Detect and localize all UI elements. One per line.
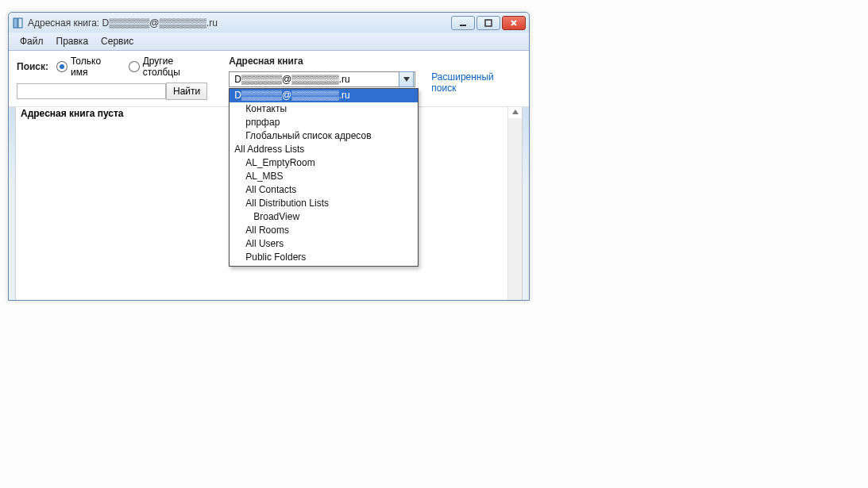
advanced-search-link[interactable]: Расширенный поиск [431, 71, 521, 94]
combo-dropdown-button[interactable] [399, 71, 414, 87]
svg-rect-3 [485, 20, 492, 26]
menu-file[interactable]: Файл [14, 34, 50, 48]
address-book-window: Адресная книга: D▒▒▒▒▒▒@▒▒▒▒▒▒▒.ru Файл … [8, 12, 530, 301]
svg-marker-7 [512, 110, 519, 114]
dropdown-item[interactable]: AL_MBS [230, 170, 418, 183]
chevron-down-icon [403, 77, 410, 82]
vertical-scrollbar[interactable] [507, 105, 522, 300]
combo-value: D▒▒▒▒▒▒@▒▒▒▒▒▒▒.ru [230, 74, 399, 85]
dropdown-item[interactable]: D▒▒▒▒▒▒@▒▒▒▒▒▒▒.ru [230, 89, 418, 102]
dropdown-item[interactable]: рпрфар [230, 116, 418, 129]
radio-icon [129, 61, 140, 72]
dropdown-item[interactable]: Public Folders [230, 251, 418, 264]
search-input[interactable] [17, 83, 166, 99]
minimize-icon [459, 19, 467, 27]
find-button[interactable]: Найти [166, 83, 207, 100]
radio-name-only[interactable]: Только имя [56, 56, 121, 78]
dropdown-item[interactable]: All Users [230, 237, 418, 251]
dropdown-item[interactable]: AL_EmptyRoom [230, 156, 418, 170]
search-toolbar: Поиск: Только имя Другие столбцы Найти А… [9, 51, 529, 107]
svg-rect-1 [18, 18, 22, 28]
svg-rect-2 [460, 25, 466, 26]
menu-service[interactable]: Сервис [95, 34, 140, 48]
radio-more-columns-label: Другие столбцы [143, 56, 214, 78]
dropdown-item[interactable]: Глобальный список адресов [230, 129, 418, 143]
svg-rect-0 [14, 18, 17, 28]
menubar: Файл Правка Сервис [9, 33, 529, 51]
radio-icon [56, 61, 68, 72]
dropdown-item[interactable]: All Address Lists [230, 143, 418, 156]
minimize-button[interactable] [451, 16, 475, 30]
address-book-label: Адресная книга [229, 56, 415, 67]
window-title: Адресная книга: D▒▒▒▒▒▒@▒▒▒▒▒▒▒.ru [28, 17, 449, 29]
dropdown-item[interactable]: All Rooms [230, 224, 418, 237]
dropdown-item[interactable]: Контакты [230, 102, 418, 116]
titlebar: Адресная книга: D▒▒▒▒▒▒@▒▒▒▒▒▒▒.ru [9, 13, 529, 33]
maximize-button[interactable] [476, 16, 500, 30]
menu-edit[interactable]: Правка [50, 34, 95, 48]
address-book-icon [12, 17, 25, 29]
dropdown-item[interactable]: BroadView [230, 210, 418, 224]
radio-more-columns[interactable]: Другие столбцы [129, 56, 214, 78]
address-book-combo[interactable]: D▒▒▒▒▒▒@▒▒▒▒▒▒▒.ru D▒▒▒▒▒▒@▒▒▒▒▒▒▒.ruКон… [229, 71, 415, 87]
svg-marker-6 [403, 77, 410, 82]
radio-name-only-label: Только имя [71, 56, 121, 78]
dropdown-item[interactable]: All Distribution Lists [230, 197, 418, 210]
maximize-icon [484, 19, 492, 27]
close-button[interactable] [502, 16, 526, 30]
close-icon [510, 19, 518, 27]
address-book-dropdown[interactable]: D▒▒▒▒▒▒@▒▒▒▒▒▒▒.ruКонтактырпрфарГлобальн… [229, 88, 419, 267]
dropdown-item[interactable]: All Contacts [230, 183, 418, 197]
search-label: Поиск: [17, 61, 48, 72]
